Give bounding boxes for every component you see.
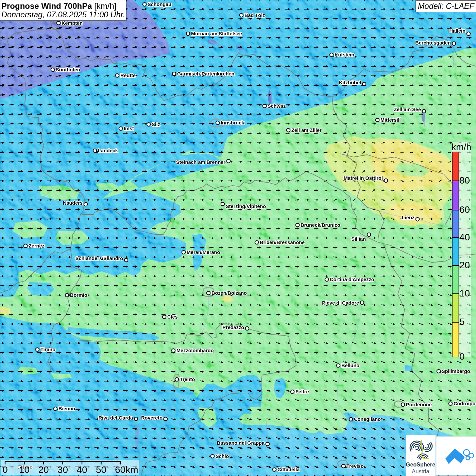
- svg-text:Pordenone: Pordenone: [406, 402, 432, 407]
- svg-text:20: 20: [38, 464, 49, 475]
- svg-text:Cortina d'Ampezzo: Cortina d'Ampezzo: [330, 277, 374, 282]
- svg-text:Berchtesgaden: Berchtesgaden: [415, 40, 451, 46]
- svg-text:Zernez: Zernez: [29, 243, 45, 249]
- svg-text:Schongau: Schongau: [148, 2, 171, 7]
- svg-text:Kitzbühel: Kitzbühel: [339, 80, 361, 85]
- svg-text:Conegliano: Conegliano: [354, 417, 381, 422]
- svg-text:Riva del Garda: Riva del Garda: [98, 415, 133, 421]
- svg-text:Schwaz: Schwaz: [268, 103, 286, 109]
- svg-text:40: 40: [459, 232, 470, 242]
- svg-text:Cittadella: Cittadella: [277, 467, 300, 472]
- svg-text:Kufstein: Kufstein: [335, 52, 354, 57]
- svg-text:Belluno: Belluno: [341, 363, 359, 368]
- svg-text:Bienno: Bienno: [58, 406, 75, 411]
- svg-text:Sonthofen: Sonthofen: [56, 67, 80, 72]
- svg-text:Bozen/Bolzano: Bozen/Bolzano: [211, 290, 247, 296]
- svg-text:Modell: C-LAEF: Modell: C-LAEF: [418, 2, 475, 11]
- svg-text:Imst: Imst: [124, 126, 134, 131]
- svg-text:Austria: Austria: [412, 468, 429, 474]
- svg-text:Spilimbergo: Spilimbergo: [442, 369, 470, 374]
- svg-text:30: 30: [57, 464, 68, 475]
- svg-text:Kempten: Kempten: [62, 20, 83, 26]
- svg-text:Nauders: Nauders: [63, 200, 83, 206]
- svg-text:Rovereto: Rovereto: [141, 415, 163, 421]
- svg-text:Steinach am Brenner: Steinach am Brenner: [176, 159, 225, 165]
- svg-text:Landeck: Landeck: [98, 148, 118, 153]
- svg-text:Lienz: Lienz: [402, 215, 414, 220]
- svg-text:Cles: Cles: [167, 314, 178, 320]
- svg-text:Sterzing/Vipiteno: Sterzing/Vipiteno: [226, 204, 266, 209]
- svg-text:Codroipo: Codroipo: [454, 401, 476, 406]
- svg-text:Silz: Silz: [152, 122, 160, 127]
- svg-text:Prognose Wind 700hPa [km/h]: Prognose Wind 700hPa [km/h]: [1, 1, 117, 11]
- svg-text:Mezzolombardo: Mezzolombardo: [176, 348, 214, 353]
- svg-text:Bormio: Bormio: [70, 292, 87, 298]
- svg-text:20: 20: [459, 260, 470, 270]
- svg-text:Mittersill: Mittersill: [380, 117, 401, 123]
- svg-text:Zell am See: Zell am See: [394, 107, 421, 112]
- svg-text:Zell am Ziller: Zell am Ziller: [291, 128, 322, 133]
- svg-text:60: 60: [459, 204, 470, 215]
- svg-text:50: 50: [96, 464, 106, 475]
- svg-text:Bassano del Grappa: Bassano del Grappa: [217, 440, 265, 446]
- svg-text:Donnerstag, 07.08.2025 11:00 U: Donnerstag, 07.08.2025 11:00 Uhr.: [1, 10, 125, 19]
- svg-text:Innsbruck: Innsbruck: [221, 120, 244, 125]
- svg-text:Reutte: Reutte: [120, 73, 136, 78]
- svg-text:Feltre: Feltre: [295, 389, 309, 394]
- svg-text:60km: 60km: [115, 464, 138, 475]
- svg-text:Bad Tölz: Bad Tölz: [244, 13, 265, 18]
- svg-text:Schlanders/Silandro: Schlanders/Silandro: [75, 256, 123, 261]
- svg-text:40: 40: [76, 464, 87, 475]
- svg-text:5: 5: [459, 317, 465, 327]
- svg-text:Pieve di Cadore: Pieve di Cadore: [322, 300, 359, 306]
- svg-text:Brixen/Bressanone: Brixen/Bressanone: [260, 240, 305, 245]
- svg-text:Garmisch-Partenkirchen: Garmisch-Partenkirchen: [177, 71, 234, 76]
- svg-text:GeoSphere: GeoSphere: [406, 461, 435, 468]
- svg-text:10: 10: [19, 464, 30, 475]
- svg-text:Predazzo: Predazzo: [222, 325, 244, 330]
- svg-text:Bruneck/Brunico: Bruneck/Brunico: [301, 222, 340, 228]
- svg-text:Murnau am Staffelsee: Murnau am Staffelsee: [191, 31, 242, 36]
- svg-text:Schio: Schio: [216, 454, 229, 459]
- svg-text:Trento: Trento: [180, 377, 195, 382]
- svg-text:Meran/Merano: Meran/Merano: [187, 250, 220, 255]
- svg-text:Sillian: Sillian: [351, 236, 366, 242]
- svg-text:0: 0: [459, 351, 465, 362]
- svg-text:10: 10: [459, 288, 470, 299]
- svg-text:0: 0: [2, 464, 8, 475]
- svg-text:Matrei in Osttirol: Matrei in Osttirol: [344, 175, 383, 181]
- svg-text:80: 80: [459, 175, 470, 186]
- svg-text:Tirano: Tirano: [40, 347, 55, 352]
- svg-text:km/h: km/h: [452, 142, 472, 152]
- svg-text:Treviso: Treviso: [346, 463, 364, 469]
- svg-text:Hallein: Hallein: [449, 28, 465, 34]
